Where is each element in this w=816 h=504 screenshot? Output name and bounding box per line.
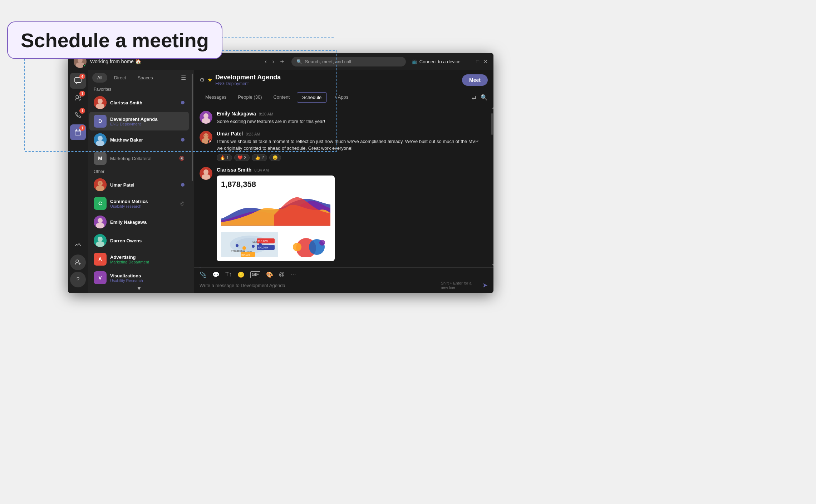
user-status: Working from home 🏠 [90,59,263,64]
send-button[interactable]: ➤ [482,281,488,289]
tab-direct[interactable]: Direct [109,73,131,83]
minimize-button[interactable]: – [469,59,472,64]
message-time: 8:23 AM [246,132,260,136]
message-header: Clarissa Smith 8:34 AM [217,167,485,173]
list-item[interactable]: Umar Patel [89,176,189,194]
bubble-chart [281,232,331,257]
svg-text:156,529: 156,529 [257,246,268,249]
reactions: 🔥 1 ❤️ 2 👍 2 😊 [217,154,485,161]
sidebar-item-people[interactable]: 1 [70,90,86,106]
messages-area[interactable]: Emily Nakagawa 8:20 AM Some exciting new… [194,105,491,267]
sidebar-scrollbar[interactable] [190,70,194,293]
chat-info: Clarissa Smith [110,100,177,105]
list-item[interactable]: V Visualizations Usability Research [89,268,189,284]
unread-indicator [181,183,185,187]
sidebar-item-calls[interactable]: 1 [70,107,86,123]
new-chat-button[interactable]: + [279,56,286,67]
tab-schedule[interactable]: Schedule [297,92,327,103]
message-content: Umar Patel 8:23 AM I think we should all… [217,131,485,161]
sidebar-item-calendar[interactable]: 1 [70,124,86,140]
search-bar[interactable]: 🔍 Search, meet, and call [291,57,406,66]
forward-button[interactable]: › [271,57,276,66]
chat-title-area: Development Agenda ENG Deployment [215,74,462,86]
add-people-button[interactable] [70,255,86,270]
avatar: C [94,197,107,210]
reaction[interactable]: 😊 [269,154,281,161]
svg-text:50,138: 50,138 [241,253,250,256]
chat-name: Common Metrics [110,199,177,204]
sidebar-item-chat[interactable]: 4 [70,73,86,89]
annotation-text: Schedule a meeting [21,29,209,51]
svg-point-22 [98,237,103,242]
reaction[interactable]: 🔥 1 [217,154,232,161]
nav-arrows: ‹ › [263,57,276,66]
avatar: A [94,253,107,266]
mention-icon[interactable]: @ [279,271,285,278]
emoji-icon[interactable]: 🙂 [237,271,245,278]
help-button[interactable]: ? [70,272,86,287]
more-options-icon[interactable]: ⋯ [290,271,296,278]
tab-all[interactable]: All [92,73,107,83]
list-item[interactable]: M Marketing Collateral 🔇 [89,149,189,168]
filter-icon[interactable]: ☰ [181,74,186,81]
input-row: Shift + Enter for a new line ➤ [200,281,488,290]
tab-spaces[interactable]: Spaces [132,73,158,83]
list-item[interactable]: Matthew Baker [89,130,189,149]
message-row: + Umar Patel 8:23 AM I think we should a… [200,131,485,161]
svg-point-13 [96,140,104,146]
message-time: 8:20 AM [259,112,273,116]
chat-name: Development Agenda [110,117,185,122]
settings-icon[interactable]: ⚙ [200,76,205,83]
svg-text:313,059: 313,059 [257,239,268,243]
message-extensions-icon[interactable]: 💬 [212,271,220,278]
connect-text: Connect to a device [419,59,461,64]
scroll-up-arrow[interactable]: ▲ [491,105,493,110]
avatar [94,216,107,228]
chat-info: Umar Patel [110,182,177,188]
window-controls: – □ ✕ [469,59,488,64]
list-item[interactable]: Clarissa Smith [89,93,189,112]
chat-name: Matthew Baker [110,137,177,143]
back-button[interactable]: ‹ [263,57,268,66]
tabs-right-icons: ⇄ 🔍 [472,94,488,101]
list-item[interactable]: C Common Metrics Usability research @ [89,194,189,213]
scrollbar-thumb [192,74,193,181]
list-item[interactable]: D Development Agenda ENG Deployment [89,112,189,130]
tab-messages[interactable]: Messages [200,90,232,105]
people-view-icon[interactable]: ⇄ [472,94,476,101]
sticker-icon[interactable]: 🎨 [266,271,273,278]
sidebar-item-activity[interactable] [70,237,86,253]
main-content: 4 1 1 [68,70,493,293]
status-badge: + [208,139,212,144]
tab-apps[interactable]: + Apps [328,90,354,105]
attach-icon[interactable]: 📎 [200,271,207,278]
scroll-down-arrow[interactable]: ▼ [491,262,493,267]
chat-subtitle: ENG Deployment [215,81,462,86]
meet-button[interactable]: Meet [462,74,488,86]
favorite-icon[interactable]: ★ [207,76,212,83]
list-item[interactable]: A Advertising Marketing Department [89,250,189,268]
chat-info: Advertising Marketing Department [110,255,185,264]
list-item[interactable]: Emily Nakagawa [89,213,189,231]
reaction[interactable]: ❤️ 2 [234,154,250,161]
chat-area-header: ⚙ ★ Development Agenda ENG Deployment Me… [194,70,493,90]
text-format-icon[interactable]: T↑ [225,271,232,278]
right-scrollbar[interactable]: ▲ ▼ [491,105,493,267]
svg-point-9 [98,99,103,104]
close-button[interactable]: ✕ [483,59,488,64]
message-input[interactable] [200,283,441,288]
gif-icon[interactable]: GIF [250,271,260,278]
search-messages-icon[interactable]: 🔍 [481,94,488,101]
list-item[interactable]: Darren Owens [89,231,189,250]
reaction[interactable]: 👍 2 [252,154,267,161]
maximize-button[interactable]: □ [476,59,479,64]
message-text: I think we should all take a moment to r… [217,138,485,152]
avatar: D [94,115,107,128]
tab-content[interactable]: Content [267,90,295,105]
tab-people[interactable]: People (30) [232,90,267,105]
scrollbar-thumb[interactable] [491,113,493,135]
avatar [94,234,107,247]
svg-point-38 [236,244,239,247]
connect-device[interactable]: 📺 Connect to a device [412,59,461,64]
chat-area: ⚙ ★ Development Agenda ENG Deployment Me… [194,70,493,293]
